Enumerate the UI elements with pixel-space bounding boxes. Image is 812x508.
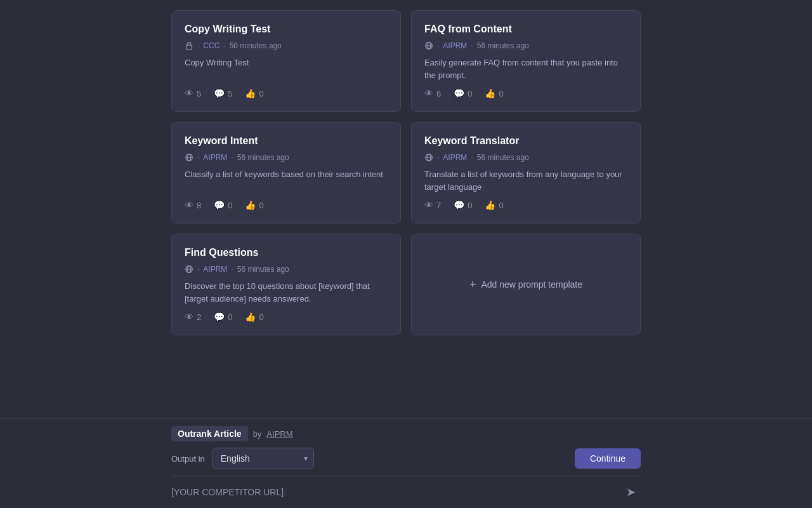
- output-in-label: Output in: [171, 454, 205, 464]
- lock-icon: [185, 41, 193, 50]
- card-title: Keyword Translator: [424, 135, 627, 147]
- card-meta-sep: ·: [471, 41, 473, 50]
- card-author-link[interactable]: AIPRM: [443, 153, 467, 162]
- eye-icon: 👁: [185, 200, 193, 210]
- globe-icon: [185, 265, 193, 274]
- views-count: 7: [436, 201, 441, 210]
- comments-count: 0: [468, 201, 472, 210]
- card-copy-writing-test[interactable]: Copy Writing Test · CCC · 50 minutes ago…: [171, 10, 401, 112]
- card-time: 56 minutes ago: [237, 153, 289, 162]
- comments-stat: 💬 0: [214, 200, 232, 210]
- comment-icon: 💬: [214, 312, 225, 322]
- card-keyword-intent[interactable]: Keyword Intent · AIPRM · 56 minutes ago …: [171, 122, 401, 224]
- thumbs-up-icon: 👍: [485, 88, 495, 98]
- comments-stat: 💬 0: [454, 88, 472, 98]
- globe-icon: [424, 41, 433, 50]
- comments-count: 0: [228, 201, 232, 210]
- cards-grid: Copy Writing Test · CCC · 50 minutes ago…: [171, 10, 641, 335]
- comment-icon: 💬: [214, 88, 225, 98]
- likes-count: 0: [499, 89, 503, 98]
- card-author-link[interactable]: CCC: [203, 41, 219, 50]
- views-count: 2: [197, 312, 201, 322]
- prompt-by-label: by: [253, 429, 262, 439]
- eye-icon: 👁: [185, 312, 193, 322]
- bottom-bar: Outrank Article by AIPRM Output in Engli…: [0, 418, 812, 508]
- views-count: 8: [197, 201, 201, 210]
- card-description: Copy Writing Test: [185, 57, 388, 82]
- card-time: 50 minutes ago: [230, 41, 282, 50]
- likes-stat: 👍 0: [485, 88, 503, 98]
- card-faq-from-content[interactable]: FAQ from Content · AIPRM · 56 minutes ag…: [411, 10, 641, 112]
- card-stats: 👁 8 💬 0 👍 0: [185, 200, 388, 210]
- add-card-label: Add new prompt template: [481, 279, 582, 290]
- likes-count: 0: [259, 89, 263, 98]
- card-meta-sep: ·: [223, 41, 225, 50]
- send-button[interactable]: ➤: [621, 483, 641, 502]
- thumbs-up-icon: 👍: [485, 200, 495, 210]
- globe-icon: [185, 153, 193, 162]
- card-meta: · AIPRM · 56 minutes ago: [185, 153, 388, 162]
- card-meta-sep: ·: [231, 153, 233, 162]
- comments-count: 0: [468, 89, 472, 98]
- views-stat: 👁 5: [185, 88, 201, 98]
- card-meta: · AIPRM · 56 minutes ago: [424, 153, 627, 162]
- card-description: Easily generate FAQ from content that yo…: [424, 57, 627, 82]
- likes-count: 0: [259, 312, 263, 322]
- views-stat: 👁 6: [424, 88, 441, 98]
- card-author-link[interactable]: AIPRM: [443, 41, 467, 50]
- globe-icon: [424, 41, 433, 50]
- likes-count: 0: [499, 201, 503, 210]
- likes-stat: 👍 0: [245, 88, 263, 98]
- add-new-card[interactable]: + Add new prompt template: [411, 234, 641, 335]
- eye-icon: 👁: [185, 88, 193, 98]
- likes-stat: 👍 0: [245, 200, 263, 210]
- card-meta: · CCC · 50 minutes ago: [185, 41, 388, 50]
- likes-stat: 👍 0: [485, 200, 503, 210]
- card-description: Translate a list of keywords from any la…: [424, 168, 627, 194]
- views-count: 6: [436, 89, 441, 98]
- main-content: Copy Writing Test · CCC · 50 minutes ago…: [0, 0, 812, 418]
- prompt-title: Outrank Article: [171, 426, 248, 441]
- continue-button[interactable]: Continue: [575, 448, 641, 469]
- card-author-link[interactable]: AIPRM: [203, 265, 227, 274]
- card-keyword-translator[interactable]: Keyword Translator · AIPRM · 56 minutes …: [411, 122, 641, 224]
- card-meta-dot: ·: [437, 153, 439, 162]
- globe-icon: [185, 153, 193, 162]
- svg-rect-0: [187, 45, 192, 50]
- globe-icon: [185, 265, 193, 274]
- card-meta: · AIPRM · 56 minutes ago: [424, 41, 627, 50]
- card-time: 56 minutes ago: [477, 153, 529, 162]
- competitor-url-input[interactable]: [171, 485, 621, 500]
- likes-count: 0: [259, 201, 263, 210]
- card-meta-dot: ·: [197, 41, 199, 50]
- comments-stat: 💬 0: [454, 200, 472, 210]
- card-title: Copy Writing Test: [185, 23, 388, 35]
- card-meta-sep: ·: [471, 153, 473, 162]
- card-description: Discover the top 10 questions about [key…: [185, 280, 388, 305]
- card-meta-dot: ·: [437, 41, 439, 50]
- card-time: 56 minutes ago: [477, 41, 529, 50]
- plus-icon: +: [469, 278, 476, 291]
- comment-icon: 💬: [454, 88, 464, 98]
- comments-stat: 💬 5: [214, 88, 232, 98]
- card-stats: 👁 7 💬 0 👍 0: [424, 200, 627, 210]
- card-author-link[interactable]: AIPRM: [203, 153, 227, 162]
- card-meta: · AIPRM · 56 minutes ago: [185, 265, 388, 274]
- views-count: 5: [197, 89, 201, 98]
- card-time: 56 minutes ago: [237, 265, 289, 274]
- lock-icon: [185, 41, 193, 50]
- eye-icon: 👁: [424, 88, 433, 98]
- views-stat: 👁 2: [185, 312, 201, 322]
- language-select[interactable]: EnglishSpanishFrenchGermanPortuguese: [213, 448, 314, 469]
- likes-stat: 👍 0: [245, 312, 263, 322]
- card-stats: 👁 2 💬 0 👍 0: [185, 312, 388, 322]
- views-stat: 👁 7: [424, 200, 441, 210]
- language-select-wrapper: EnglishSpanishFrenchGermanPortuguese ▾: [213, 448, 314, 469]
- input-row: ➤: [171, 476, 641, 508]
- prompt-author-link[interactable]: AIPRM: [266, 429, 292, 439]
- card-find-questions[interactable]: Find Questions · AIPRM · 56 minutes ago …: [171, 234, 401, 335]
- thumbs-up-icon: 👍: [245, 200, 256, 210]
- thumbs-up-icon: 👍: [245, 312, 256, 322]
- globe-icon: [424, 153, 433, 162]
- comments-count: 0: [228, 312, 232, 322]
